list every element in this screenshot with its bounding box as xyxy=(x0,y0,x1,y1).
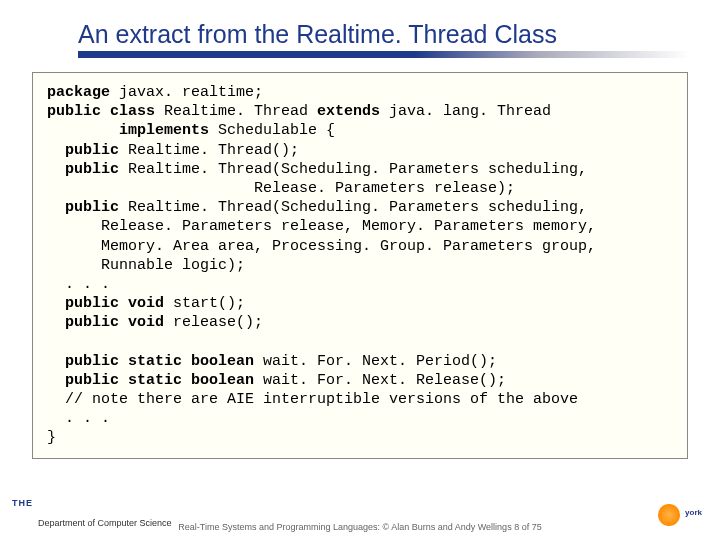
footer-text: Real-Time Systems and Programming Langua… xyxy=(0,522,720,532)
title-underline xyxy=(78,51,690,58)
code-text: Runnable logic); xyxy=(47,257,245,274)
code-text: . . . xyxy=(47,276,110,293)
code-kw: implements xyxy=(47,122,209,139)
code-text: Release. Parameters release, Memory. Par… xyxy=(47,218,596,235)
code-kw: public xyxy=(47,199,119,216)
slide-title: An extract from the Realtime. Thread Cla… xyxy=(78,20,690,49)
code-kw: public class xyxy=(47,103,155,120)
code-text: wait. For. Next. Release(); xyxy=(254,372,506,389)
code-text: wait. For. Next. Period(); xyxy=(254,353,497,370)
code-block: package javax. realtime; public class Re… xyxy=(32,72,688,459)
code-text: javax. realtime; xyxy=(110,84,263,101)
slide: An extract from the Realtime. Thread Cla… xyxy=(0,0,720,540)
sun-icon xyxy=(658,504,680,526)
code-text: Realtime. Thread xyxy=(155,103,317,120)
code-text: Release. Parameters release); xyxy=(47,180,515,197)
code-text: java. lang. Thread xyxy=(380,103,551,120)
code-kw: public void xyxy=(47,295,164,312)
code-text: Realtime. Thread(Scheduling. Parameters … xyxy=(119,161,587,178)
code-text: Memory. Area area, Processing. Group. Pa… xyxy=(47,238,596,255)
code-kw: public xyxy=(47,142,119,159)
code-text: Realtime. Thread(); xyxy=(119,142,299,159)
title-block: An extract from the Realtime. Thread Cla… xyxy=(30,20,690,58)
code-text: // note there are AIE interruptible vers… xyxy=(47,391,578,408)
code-text: start(); xyxy=(164,295,245,312)
code-text: . . . xyxy=(47,410,110,427)
code-kw: public static boolean xyxy=(47,372,254,389)
code-text: release(); xyxy=(164,314,263,331)
code-kw: public static boolean xyxy=(47,353,254,370)
code-kw: extends xyxy=(317,103,380,120)
code-text: Realtime. Thread(Scheduling. Parameters … xyxy=(119,199,587,216)
the-label: THE xyxy=(12,498,33,508)
code-kw: public void xyxy=(47,314,164,331)
code-text: } xyxy=(47,429,56,446)
code-kw: package xyxy=(47,84,110,101)
logo-text: york xyxy=(685,508,702,517)
york-logo: york xyxy=(658,502,702,530)
code-kw: public xyxy=(47,161,119,178)
code-text: Schedulable { xyxy=(209,122,335,139)
